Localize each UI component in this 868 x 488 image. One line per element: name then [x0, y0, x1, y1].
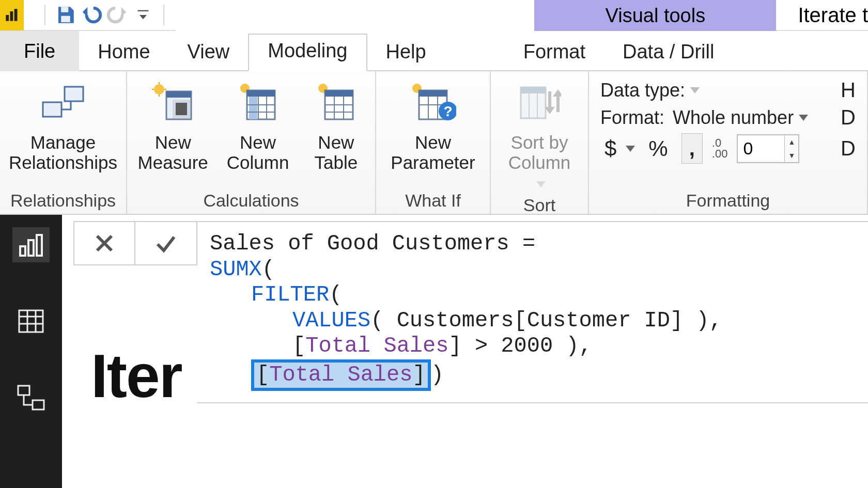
- redo-button[interactable]: [104, 3, 130, 27]
- svg-rect-6: [43, 102, 61, 117]
- spin-up[interactable]: ▲: [785, 135, 798, 149]
- spin-down[interactable]: ▼: [785, 149, 798, 162]
- manage-relationships-button[interactable]: Manage Relationships: [5, 76, 121, 172]
- tab-data-drill[interactable]: Data / Drill: [604, 36, 733, 71]
- group-calculations: New Measure New Column New Table Calcula…: [127, 71, 376, 214]
- edge-text: D: [841, 106, 856, 129]
- group-whatif: ? New Parameter What If: [376, 71, 491, 214]
- title-bar: Visual tools Iterate t: [0, 0, 868, 31]
- svg-point-8: [154, 84, 164, 95]
- group-label: Formatting: [589, 188, 867, 214]
- contextual-tab-header: Visual tools: [534, 0, 776, 31]
- svg-rect-34: [419, 90, 447, 97]
- quick-access-toolbar: [24, 3, 176, 27]
- window-title: Iterate t: [776, 0, 868, 31]
- app-icon: [0, 0, 24, 30]
- relationships-icon: [35, 76, 91, 129]
- chevron-down-icon: [626, 146, 635, 152]
- edge-text: D: [841, 137, 856, 160]
- svg-rect-27: [325, 90, 353, 97]
- group-formatting: Data type: H Format: Whole number D $ %: [589, 71, 868, 214]
- formula-bar: Sales of Good Customers = SUMX( FILTER( …: [73, 221, 868, 403]
- tab-file[interactable]: File: [0, 31, 79, 71]
- svg-rect-16: [176, 103, 187, 115]
- data-view-button[interactable]: [12, 304, 50, 339]
- commit-formula-button[interactable]: [135, 222, 196, 264]
- svg-rect-5: [138, 10, 149, 11]
- thousands-separator-button[interactable]: ,: [681, 133, 703, 164]
- report-canvas[interactable]: Iter Sales of Good Customers = SUMX( FIL…: [62, 215, 868, 488]
- save-button[interactable]: [53, 3, 79, 27]
- new-measure-button[interactable]: New Measure: [134, 76, 212, 172]
- ribbon-tabs: File Home View Modeling Help Format Data…: [0, 31, 868, 71]
- formula-selection: [Total Sales]: [251, 359, 431, 391]
- chevron-down-icon: [536, 181, 546, 187]
- svg-rect-53: [33, 400, 44, 410]
- group-label: Relationships: [0, 188, 126, 214]
- parameter-icon: ?: [405, 76, 461, 129]
- svg-rect-0: [6, 15, 9, 21]
- chevron-down-icon: [799, 115, 808, 121]
- svg-rect-47: [19, 310, 43, 332]
- tab-format[interactable]: Format: [505, 36, 604, 71]
- svg-rect-1: [10, 11, 13, 21]
- new-column-button[interactable]: New Column: [223, 76, 293, 172]
- decimal-places-icon: .0 .00: [712, 138, 728, 160]
- workspace: Iter Sales of Good Customers = SUMX( FIL…: [0, 215, 868, 488]
- cancel-formula-button[interactable]: [74, 222, 135, 264]
- column-icon: [229, 76, 286, 129]
- format-dropdown[interactable]: Format: Whole number: [600, 107, 808, 129]
- report-view-button[interactable]: [12, 227, 50, 262]
- qat-customize-button[interactable]: [130, 3, 156, 27]
- measure-icon: [145, 76, 202, 129]
- currency-format-button[interactable]: $: [600, 134, 635, 163]
- svg-text:?: ?: [443, 103, 452, 119]
- group-sort: Sort by Column Sort: [491, 71, 589, 214]
- svg-rect-41: [521, 87, 546, 93]
- svg-rect-4: [61, 16, 70, 22]
- decimal-places-input[interactable]: ▲▼: [737, 134, 799, 163]
- new-table-button[interactable]: New Table: [303, 76, 368, 172]
- svg-rect-7: [65, 87, 83, 101]
- svg-rect-52: [18, 386, 29, 395]
- svg-rect-44: [20, 246, 25, 256]
- qat-area: [0, 0, 176, 31]
- tab-view[interactable]: View: [169, 36, 249, 71]
- data-type-dropdown[interactable]: Data type:: [600, 80, 700, 101]
- tab-help[interactable]: Help: [367, 36, 445, 71]
- new-parameter-button[interactable]: ? New Parameter: [386, 76, 479, 172]
- undo-button[interactable]: [79, 3, 104, 27]
- svg-rect-45: [28, 240, 34, 256]
- table-icon: [307, 76, 364, 129]
- tab-home[interactable]: Home: [79, 36, 168, 71]
- group-relationships: Manage Relationships Relationships: [0, 71, 127, 214]
- group-label: Calculations: [127, 188, 375, 214]
- group-label: What If: [376, 188, 490, 214]
- ribbon: Manage Relationships Relationships New M…: [0, 71, 868, 215]
- model-view-button[interactable]: [12, 380, 50, 415]
- formula-editor[interactable]: Sales of Good Customers = SUMX( FILTER( …: [197, 221, 868, 403]
- view-nav-rail: [0, 215, 62, 488]
- tab-modeling[interactable]: Modeling: [248, 34, 367, 71]
- percent-format-button[interactable]: %: [644, 134, 672, 163]
- svg-rect-19: [247, 90, 275, 97]
- chevron-down-icon: [690, 87, 700, 93]
- svg-rect-20: [249, 97, 257, 119]
- svg-rect-3: [61, 7, 68, 12]
- edge-text: H: [841, 78, 856, 102]
- sort-icon: [511, 76, 568, 129]
- formula-bar-buttons: [73, 221, 197, 265]
- svg-rect-2: [14, 9, 18, 21]
- svg-rect-14: [166, 91, 191, 98]
- svg-rect-46: [37, 235, 42, 256]
- sort-by-column-button[interactable]: Sort by Column: [500, 76, 579, 193]
